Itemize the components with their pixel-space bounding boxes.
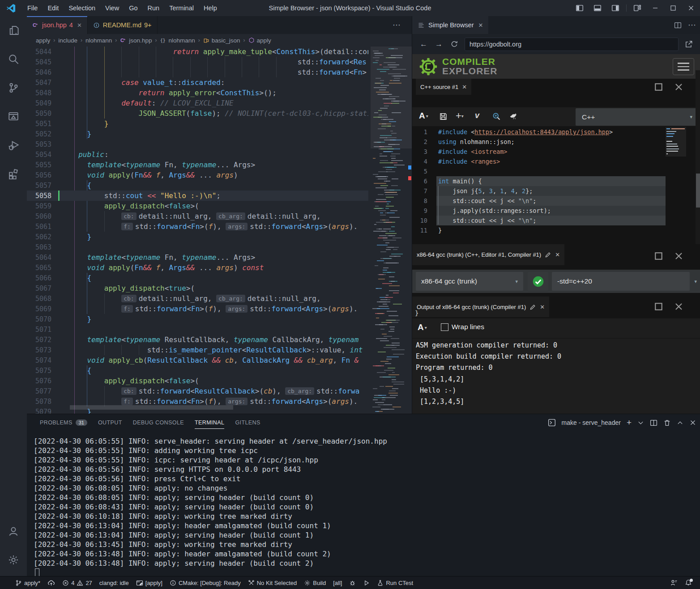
horizontal-scrollbar[interactable] <box>70 405 233 410</box>
breadcrumb[interactable]: apply›include›nlohmann›C+json.hpp›{}nloh… <box>27 34 412 47</box>
breadcrumb-item-apply[interactable]: apply <box>36 37 50 44</box>
code-line[interactable]: 5072template<typename ResultCallback, ty… <box>27 335 368 345</box>
code-line[interactable]: 5058std::cout << "Hello :-)\n"; <box>27 191 368 201</box>
split-editor-icon[interactable] <box>674 21 682 29</box>
status-cmake-build[interactable]: Build <box>300 576 329 589</box>
code-line[interactable]: 5052} <box>27 129 368 139</box>
code-line[interactable]: 5049default: // LCOV_EXCL_LINE <box>27 98 368 108</box>
layout-sidebar-left-icon[interactable] <box>571 0 589 16</box>
close-pane-icon[interactable] <box>674 302 683 311</box>
open-external-icon[interactable] <box>685 40 693 48</box>
tab-compiler[interactable]: x86-64 gcc (trunk) (C++, Editor #1, Comp… <box>412 244 564 265</box>
code-line[interactable]: 5050JSON_ASSERT(false); // NOLINT(cert-d… <box>27 108 368 119</box>
forward-icon[interactable]: → <box>435 40 443 49</box>
split-terminal-icon[interactable] <box>650 419 657 427</box>
maximize-pane-icon[interactable] <box>654 251 663 261</box>
browser-code-line[interactable]: 2using nlohmann::json; <box>412 137 666 147</box>
window-close-icon[interactable] <box>682 0 700 16</box>
ce-bird-icon[interactable] <box>510 111 519 120</box>
code-line[interactable]: 5046std::forward<Fn> <box>27 67 368 77</box>
code-line[interactable]: 5071 <box>27 324 368 335</box>
close-icon[interactable]: ✕ <box>555 251 560 258</box>
hamburger-menu-icon[interactable] <box>673 58 694 75</box>
code-line[interactable]: 5054public: <box>27 149 368 160</box>
code-line[interactable]: 5062} <box>27 232 368 242</box>
code-line[interactable]: 5047case value_t::discarded: <box>27 77 368 88</box>
maximize-pane-icon[interactable] <box>654 82 663 92</box>
more-actions-icon[interactable]: ⋯ <box>688 20 696 30</box>
status-notifications[interactable] <box>681 576 696 589</box>
code-line[interactable]: 5055template<typename Fn, typename... Ar… <box>27 160 368 170</box>
activity-source-control-icon[interactable] <box>0 73 27 102</box>
browser-code-line[interactable]: 6int main() { <box>412 176 666 186</box>
browser-code-line[interactable]: 7 json j{5, 3, 1, 4, 2}; <box>412 186 666 196</box>
font-size-button[interactable]: A▾ <box>418 322 427 332</box>
menu-run[interactable]: Run <box>143 0 165 16</box>
close-panel-icon[interactable] <box>689 419 696 426</box>
layout-sidebar-right-icon[interactable] <box>606 0 624 16</box>
font-size-button[interactable]: A▾ <box>419 111 428 121</box>
code-line[interactable]: 5064template<typename Fn, typename... Ar… <box>27 252 368 263</box>
editor-more-actions-icon[interactable]: ⋯ <box>393 16 401 34</box>
browser-code-line[interactable]: 1#include <https://localhost:8443/apply/… <box>412 127 666 137</box>
activity-account-icon[interactable] <box>0 517 27 546</box>
browser-code-line[interactable]: 9 j.apply(std::ranges::sort); <box>412 206 666 216</box>
code-line[interactable]: 5045std::forward<Res <box>27 57 368 67</box>
minimap[interactable] <box>371 47 408 414</box>
menu-selection[interactable]: Selection <box>64 0 100 16</box>
menu-go[interactable]: Go <box>124 0 142 16</box>
code-line[interactable]: 5051} <box>27 119 368 129</box>
activity-extensions-icon[interactable] <box>0 159 27 188</box>
code-line[interactable]: 5074void apply_cb(ResultCallback && cb, … <box>27 355 368 365</box>
breadcrumb-item-apply[interactable]: apply <box>248 37 271 44</box>
status-debug-target[interactable] <box>346 576 359 589</box>
layout-panel-icon[interactable] <box>589 0 606 16</box>
menu-edit[interactable]: Edit <box>43 0 64 16</box>
status-cmake-kit[interactable]: No Kit Selected <box>244 576 301 589</box>
activity-run-debug-icon[interactable] <box>0 131 27 159</box>
compiler-select[interactable]: x86-64 gcc (trunk) ▾ <box>416 272 523 291</box>
menu-file[interactable]: File <box>22 0 43 16</box>
terminal-output[interactable]: [2022-04-30 06:05:55] INFO: serve_header… <box>34 434 696 575</box>
activity-search-icon[interactable] <box>0 45 27 73</box>
code-line[interactable]: 5065void apply(Fn&& f, Args&& ... args) … <box>27 263 368 273</box>
tab-output[interactable]: Output of x86-64 gcc (trunk) (Compiler #… <box>412 297 549 317</box>
breadcrumb-item-nlohmann[interactable]: {}nlohmann <box>160 37 195 44</box>
new-terminal-icon[interactable]: + <box>627 418 632 428</box>
code-line[interactable]: 5066{ <box>27 273 368 283</box>
back-icon[interactable]: ← <box>420 40 427 49</box>
code-line[interactable]: 5067apply_dispatch<true>( <box>27 283 368 293</box>
status-clangd-status[interactable]: clangd: idle <box>96 576 132 589</box>
code-line[interactable]: 5073std::is_member_pointer<ResultCallbac… <box>27 345 368 355</box>
code-line[interactable]: 5077cb:std::forward<ResultCallback>(cb),… <box>27 386 368 396</box>
code-line[interactable]: 5053 <box>27 139 368 149</box>
zoom-button[interactable] <box>492 112 501 121</box>
status-publish-changes[interactable] <box>44 576 59 589</box>
browser-code-line[interactable]: 8 std::cout << j << "\n"; <box>412 196 666 206</box>
add-pane-button[interactable]: +▾ <box>456 110 464 122</box>
panel-tab-problems[interactable]: PROBLEMS31 <box>34 414 93 431</box>
close-pane-icon[interactable] <box>674 251 683 261</box>
browser-code-line[interactable]: 10 std::cout << j << "\n"; <box>412 216 666 225</box>
breadcrumb-item-basic-json[interactable]: basic_json <box>203 37 240 44</box>
breadcrumb-item-json-hpp[interactable]: C+json.hpp <box>120 37 152 44</box>
status-cmake-folder[interactable]: [apply] <box>132 576 166 589</box>
menu-view[interactable]: View <box>100 0 124 16</box>
rename-icon[interactable] <box>529 304 536 310</box>
status-problems[interactable]: 427 <box>59 576 96 589</box>
status-run-ctest[interactable]: Run CTest <box>373 576 417 589</box>
source-code-editor[interactable]: 1#include <https://localhost:8443/apply/… <box>412 127 666 244</box>
code-line[interactable]: 5069f:std::forward<Fn>(f), args:std::for… <box>27 304 368 314</box>
code-line[interactable]: 5070} <box>27 314 368 324</box>
tab-simple-browser[interactable]: Simple Browser ✕ <box>412 16 488 34</box>
breadcrumb-item-include[interactable]: include <box>58 37 77 44</box>
maximize-pane-icon[interactable] <box>654 302 663 311</box>
code-line[interactable]: 5063 <box>27 242 368 252</box>
status-git-branch[interactable]: apply* <box>12 576 44 589</box>
status-cmake-target[interactable]: [all] <box>329 576 346 589</box>
activity-preview-window-icon[interactable] <box>0 102 27 131</box>
customize-layout-icon[interactable] <box>628 0 646 16</box>
close-icon[interactable]: ✕ <box>77 22 82 29</box>
menu-help[interactable]: Help <box>199 0 222 16</box>
tab-cpp-source[interactable]: C++ source #1 ✕ <box>416 79 471 95</box>
